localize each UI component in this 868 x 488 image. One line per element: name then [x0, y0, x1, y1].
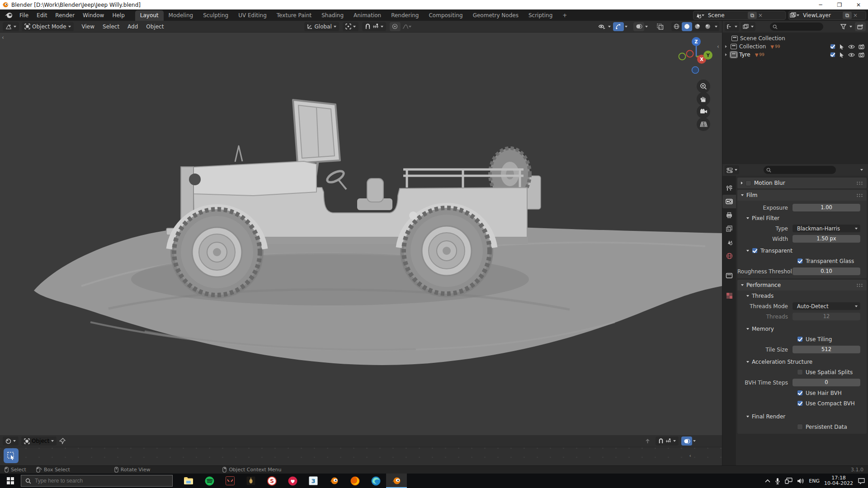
- menu-help[interactable]: Help: [108, 11, 128, 20]
- footer-up-arrow-button[interactable]: [642, 436, 653, 446]
- menu-window[interactable]: Window: [79, 11, 108, 20]
- visibility-chevron-icon[interactable]: [608, 26, 611, 28]
- sidebar-expand-arrow[interactable]: ‹: [717, 43, 719, 50]
- toggle-perspective-button[interactable]: [697, 117, 710, 131]
- start-button[interactable]: [0, 474, 21, 488]
- tab-tool[interactable]: [722, 181, 736, 195]
- tab-view-layer[interactable]: [722, 222, 736, 235]
- tab-layout[interactable]: Layout: [135, 10, 164, 21]
- tab-render[interactable]: [722, 195, 736, 208]
- outliner-search-input[interactable]: [779, 24, 811, 29]
- 3dsmax-icon[interactable]: 3: [303, 474, 324, 488]
- snap-chevron-icon[interactable]: [381, 26, 383, 28]
- taskbar-search[interactable]: [21, 475, 173, 487]
- memory-collapse-icon[interactable]: [746, 328, 749, 330]
- tab-texture-paint[interactable]: Texture Paint: [272, 10, 316, 21]
- scene-new-button[interactable]: ⧉: [748, 12, 757, 19]
- hide-eye-icon[interactable]: [848, 44, 855, 49]
- menu-object[interactable]: Object: [142, 23, 167, 31]
- show-overlays-toggle[interactable]: [633, 22, 644, 31]
- edge-icon[interactable]: [365, 474, 386, 488]
- viewlayer-name[interactable]: ViewLayer: [799, 12, 843, 19]
- properties-options-chevron-icon[interactable]: [860, 169, 863, 171]
- bvh-time-steps-field[interactable]: 0: [793, 379, 860, 386]
- pin-icon[interactable]: [59, 438, 66, 444]
- axis-gizmo-icon[interactable]: Z X Y: [676, 36, 714, 74]
- editor-type-button[interactable]: [3, 22, 19, 31]
- menu-select[interactable]: Select: [99, 23, 123, 31]
- taskbar-search-input[interactable]: [35, 478, 152, 484]
- proportional-editing-button[interactable]: [390, 22, 401, 31]
- speaker-icon[interactable]: [797, 478, 804, 484]
- camera-view-button[interactable]: [697, 105, 710, 118]
- outliner-filter-button[interactable]: [838, 22, 849, 31]
- snap-target-icon[interactable]: [373, 23, 379, 29]
- transparent-glass-checkbox[interactable]: [797, 258, 803, 264]
- shading-wireframe-button[interactable]: [671, 22, 682, 31]
- minimize-button[interactable]: ─: [811, 0, 830, 9]
- show-gizmos-toggle[interactable]: [613, 22, 624, 31]
- final-render-collapse-icon[interactable]: [746, 416, 749, 418]
- motion-blur-checkbox[interactable]: [745, 180, 751, 186]
- threads-mode-dropdown[interactable]: Auto-Detect: [793, 302, 860, 310]
- exposure-field[interactable]: 1.00: [793, 204, 860, 211]
- shading-material-button[interactable]: [692, 22, 703, 31]
- tab-animation[interactable]: Animation: [349, 10, 386, 21]
- shading-chevron-icon[interactable]: [715, 26, 717, 28]
- proportional-falloff-button[interactable]: [401, 22, 412, 31]
- tab-uv-editing[interactable]: UV Editing: [233, 10, 272, 21]
- viewlayer-new-button[interactable]: ⧉: [843, 12, 852, 19]
- tab-texture[interactable]: [722, 289, 736, 302]
- toolshelf-expand-arrow[interactable]: ‹: [689, 453, 691, 459]
- threads-collapse-icon[interactable]: [746, 295, 749, 297]
- properties-search-input[interactable]: [773, 167, 805, 173]
- menu-file[interactable]: File: [15, 11, 33, 20]
- close-button[interactable]: ✕: [849, 0, 868, 9]
- show-gizmo-visibility-button[interactable]: [596, 22, 607, 31]
- pivot-point-selector[interactable]: [343, 22, 359, 31]
- new-collection-button[interactable]: [855, 22, 866, 31]
- use-spatial-splits-checkbox[interactable]: [797, 369, 803, 375]
- viewlayer-remove-button[interactable]: ×: [852, 12, 859, 19]
- tab-scene[interactable]: [722, 235, 736, 249]
- blender-app-icon[interactable]: [324, 474, 344, 488]
- roughness-threshold-field[interactable]: 0.10: [793, 267, 860, 275]
- menu-edit[interactable]: Edit: [33, 11, 51, 20]
- selectable-cursor-icon[interactable]: [839, 52, 844, 58]
- spotify-icon[interactable]: [199, 474, 220, 488]
- accel-collapse-icon[interactable]: [746, 361, 749, 363]
- render-camera-icon[interactable]: [859, 52, 864, 57]
- streamlabs-icon[interactable]: S: [261, 474, 282, 488]
- render-camera-icon[interactable]: [859, 44, 864, 49]
- gizmos-chevron-icon[interactable]: [625, 26, 627, 28]
- pixel-filter-label[interactable]: Pixel Filter: [752, 215, 779, 221]
- footer-editor-type-button[interactable]: [3, 436, 19, 446]
- menu-render[interactable]: Render: [51, 11, 79, 20]
- tab-modeling[interactable]: Modeling: [164, 10, 198, 21]
- menu-view[interactable]: View: [78, 23, 98, 31]
- taskbar-clock[interactable]: 17:18 10-04-2022: [824, 475, 853, 486]
- filter-width-field[interactable]: 1.50 px: [793, 235, 860, 243]
- use-compact-bvh-checkbox[interactable]: [797, 400, 803, 406]
- accel-label[interactable]: Acceleration Structure: [752, 359, 812, 365]
- drag-handle-icon[interactable]: [856, 193, 863, 197]
- navigation-gizmo[interactable]: Z X Y: [676, 36, 714, 74]
- expand-tyre-icon[interactable]: [725, 53, 727, 56]
- firefox-icon[interactable]: [344, 474, 365, 488]
- zoom-view-button[interactable]: [697, 80, 710, 93]
- performance-collapse-icon[interactable]: [741, 284, 744, 286]
- persistent-data-checkbox[interactable]: [797, 424, 803, 430]
- final-render-label[interactable]: Final Render: [752, 413, 785, 420]
- file-explorer-icon[interactable]: [178, 474, 199, 488]
- motion-blur-label[interactable]: Motion Blur: [754, 180, 785, 186]
- transparent-label[interactable]: Transparent: [760, 248, 793, 254]
- tab-rendering[interactable]: Rendering: [386, 10, 424, 21]
- toolbar-expand-arrow[interactable]: ‹: [2, 34, 4, 41]
- xray-toggle[interactable]: [655, 22, 665, 31]
- scene-name[interactable]: Scene: [704, 12, 748, 19]
- select-box-tool-button[interactable]: [4, 448, 19, 463]
- film-collapse-icon[interactable]: [741, 194, 744, 196]
- heart-app-icon[interactable]: [282, 474, 303, 488]
- blender-menu-logo-icon[interactable]: [4, 12, 14, 19]
- tab-world[interactable]: [722, 249, 736, 263]
